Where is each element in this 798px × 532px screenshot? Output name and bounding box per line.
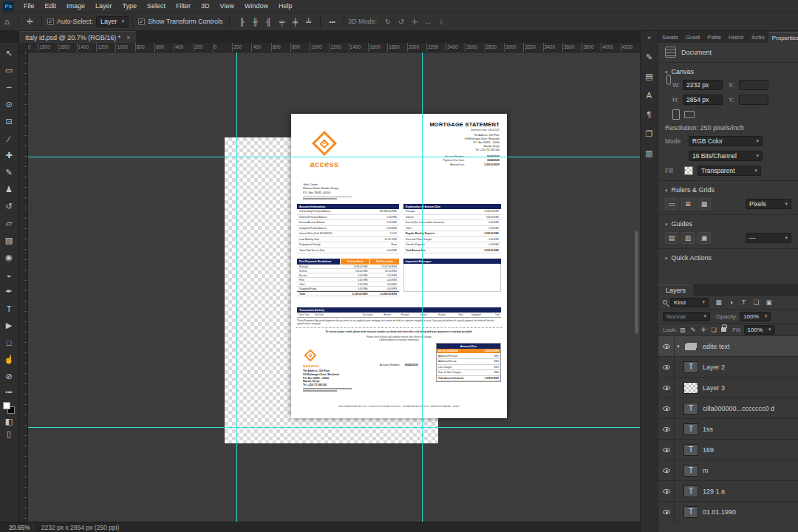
eraser-tool-icon[interactable]: ▱ [1, 216, 17, 231]
dodge-tool-icon[interactable]: ◒ [1, 267, 17, 282]
color-mode-dropdown[interactable]: RGB Color [689, 136, 763, 146]
lock-artboard-icon[interactable]: ❏ [709, 325, 718, 334]
lock-all-icon[interactable] [721, 327, 726, 332]
visibility-toggle[interactable] [658, 398, 675, 418]
visibility-toggle[interactable] [658, 378, 675, 398]
layer-name[interactable]: 1ss [703, 426, 713, 433]
menu-item[interactable]: Window [239, 0, 273, 12]
layer-name[interactable]: m [703, 467, 709, 474]
layer-row[interactable]: ▾ 169 [658, 440, 798, 460]
bit-depth-dropdown[interactable]: 16 Bits/Channel [689, 151, 763, 161]
layer-row[interactable]: ▾ 1ss [658, 419, 798, 440]
blend-mode-dropdown[interactable]: Normal [663, 312, 710, 321]
eyedropper-tool-icon[interactable]: ∕ [1, 131, 17, 146]
gradient-tool-icon[interactable]: ▨ [1, 233, 17, 248]
move-tool-icon[interactable]: ↖ [1, 46, 17, 61]
align-left-edges-icon[interactable]: ╟ [236, 16, 248, 27]
width-field[interactable]: 2232 px [683, 80, 723, 90]
portrait-orientation-icon[interactable] [672, 109, 680, 120]
menu-item[interactable]: File [18, 0, 40, 12]
snap-icon[interactable]: ▦ [698, 198, 711, 210]
align-v-centers-icon[interactable]: ╪ [289, 16, 301, 27]
layer-row[interactable]: ▾ 01.01.1990 [658, 502, 798, 522]
fill-dropdown[interactable]: 100% [744, 325, 775, 335]
menu-item[interactable]: Image [61, 0, 90, 12]
paragraph-panel-icon[interactable]: ¶ [643, 108, 656, 121]
shape-tool-icon[interactable]: □ [1, 335, 17, 350]
vertical-ruler[interactable] [18, 52, 28, 522]
guides-section-header[interactable]: Guides [665, 220, 791, 228]
horizontal-guide[interactable] [28, 157, 640, 157]
new-guide-icon[interactable]: ▤ [665, 232, 678, 244]
horizontal-guide[interactable] [28, 427, 640, 428]
brush-tool-icon[interactable]: ✎ [1, 165, 17, 180]
auto-select-target-dropdown[interactable]: Layer [96, 16, 129, 27]
move-tool-preset-icon[interactable]: ✛ [22, 17, 38, 27]
visibility-toggle[interactable] [658, 336, 675, 356]
rulers-grids-section-header[interactable]: Rulers & Grids [665, 186, 791, 194]
menu-item[interactable]: View [215, 0, 239, 12]
close-tab-icon[interactable]: × [126, 34, 130, 41]
landscape-orientation-icon[interactable] [684, 111, 695, 118]
blur-tool-icon[interactable]: ◉ [1, 250, 17, 265]
visibility-toggle[interactable] [658, 460, 675, 480]
layer-thumbnail[interactable] [683, 423, 698, 435]
filter-adjustment-layers-icon[interactable]: ◑ [726, 297, 737, 307]
layer-thumbnail[interactable] [683, 403, 698, 415]
canvas-section-header[interactable]: Canvas [665, 68, 791, 75]
path-selection-tool-icon[interactable]: ▶ [1, 318, 17, 333]
visibility-toggle[interactable] [658, 419, 675, 439]
layer-thumbnail[interactable] [683, 382, 698, 394]
zoom-tool-icon[interactable]: ⊘ [1, 369, 17, 384]
layer-thumbnail[interactable] [683, 361, 698, 373]
panel-tab[interactable]: Swats [658, 32, 682, 43]
layer-thumbnail[interactable] [683, 465, 698, 477]
lock-position-icon[interactable]: ✛ [699, 325, 708, 334]
menu-item[interactable]: Help [273, 0, 298, 12]
layer-row[interactable]: ▾ m [658, 460, 798, 481]
type-tool-icon[interactable]: T [1, 301, 17, 316]
lock-transparency-icon[interactable]: ▨ [678, 325, 687, 334]
visibility-toggle[interactable] [658, 440, 675, 460]
filter-kind-dropdown[interactable]: Kind [670, 298, 709, 307]
layer-row[interactable]: ▾ 129 1 a [658, 481, 798, 502]
menu-item[interactable]: Type [117, 0, 143, 12]
libraries-panel-icon[interactable]: ▥ [643, 146, 656, 160]
3d-rotate-icon[interactable]: ↻ [382, 16, 394, 27]
visibility-toggle[interactable] [658, 357, 675, 377]
layer-name[interactable]: 169 [703, 446, 714, 454]
brushes-panel-icon[interactable]: ✎ [643, 50, 656, 64]
clone-source-panel-icon[interactable]: ❐ [643, 127, 656, 140]
fill-dropdown[interactable]: Transparent [698, 166, 761, 176]
foreground-color-swatch[interactable] [3, 402, 10, 409]
menu-item[interactable]: Select [142, 0, 171, 12]
brush-settings-panel-icon[interactable]: ▤ [643, 69, 656, 83]
align-h-centers-icon[interactable]: ╫ [249, 16, 261, 27]
rectangular-marquee-tool-icon[interactable]: ▭ [1, 63, 17, 78]
hand-tool-icon[interactable]: ☝ [1, 352, 17, 367]
3d-roll-icon[interactable]: ↺ [395, 16, 407, 27]
panel-tab[interactable]: Patte [703, 32, 725, 43]
filter-type-layers-icon[interactable]: T [738, 297, 749, 307]
menu-item[interactable]: Layer [90, 0, 117, 12]
menu-item[interactable]: Filter [171, 0, 196, 12]
history-brush-tool-icon[interactable]: ↺ [1, 199, 17, 214]
layer-name[interactable]: cilla000000...ccccccc0 d [703, 405, 774, 412]
grid-icon[interactable]: ⊞ [681, 198, 695, 210]
layer-name[interactable]: Layer 3 [703, 384, 725, 392]
quick-actions-section-header[interactable]: Quick Actions [665, 254, 791, 262]
fill-swatch[interactable] [684, 166, 693, 175]
visibility-toggle[interactable] [658, 481, 675, 501]
layer-row[interactable]: ▾ Layer 3 [658, 378, 798, 398]
quick-mask-icon[interactable]: ◧ [5, 417, 13, 426]
zoom-level-field[interactable]: 20.65% [6, 524, 34, 531]
crop-tool-icon[interactable]: ⊡ [1, 114, 17, 129]
document-tab[interactable]: Italy id.psd @ 20.7% (RGB/16) * × [19, 31, 136, 43]
tab-layers[interactable]: Layers [658, 284, 693, 296]
auto-select-checkbox[interactable]: ✓ [47, 18, 54, 25]
layer-name[interactable]: 01.01.1990 [703, 508, 736, 516]
layer-row[interactable]: ▾ Layer 2 [658, 357, 798, 378]
y-field[interactable] [739, 95, 768, 105]
layer-name[interactable]: Layer 2 [703, 364, 725, 371]
layer-thumbnail[interactable] [683, 444, 698, 456]
